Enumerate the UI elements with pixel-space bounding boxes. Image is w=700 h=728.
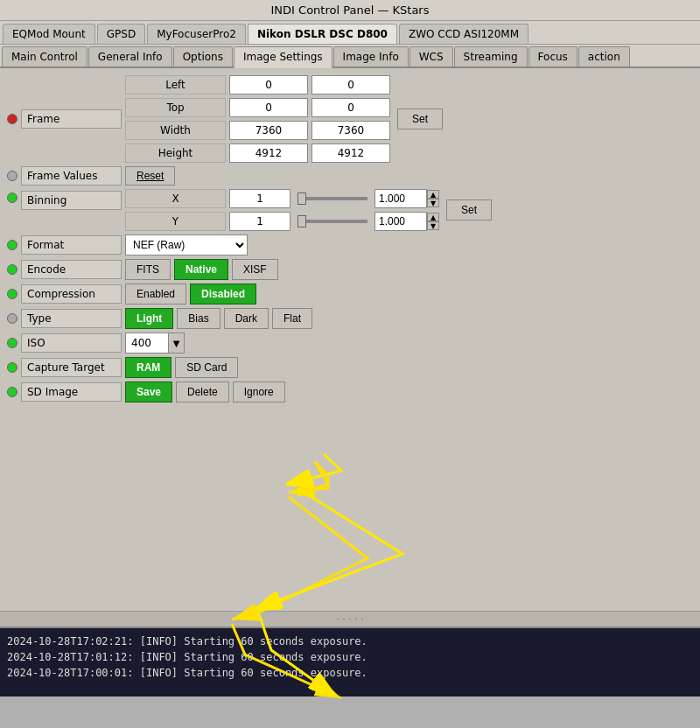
type-flat-button[interactable]: Flat <box>272 308 312 329</box>
encode-native-button[interactable]: Native <box>174 259 228 280</box>
top-val1[interactable]: 0 <box>229 98 308 117</box>
height-val1[interactable]: 4912 <box>229 144 308 163</box>
binning-x-row: X 1 ▲ ▼ <box>125 189 439 208</box>
frame-height-row: Height 4912 4912 <box>125 144 390 163</box>
binning-y-spin-down[interactable]: ▼ <box>427 221 439 230</box>
frame-indicator <box>7 114 18 124</box>
image-settings-panel: Frame Left 0 0 Top 0 0 Width 7360 <box>0 68 700 611</box>
tab-image-settings[interactable]: Image Settings <box>234 46 332 68</box>
capture-sdcard-button[interactable]: SD Card <box>175 357 238 378</box>
encode-fits-button[interactable]: FITS <box>125 259 171 280</box>
binning-x-label: X <box>125 189 226 208</box>
binning-y-row: Y 1 ▲ ▼ <box>125 212 439 231</box>
frame-label: Frame <box>21 109 122 129</box>
binning-y-slider-track[interactable] <box>298 220 368 223</box>
window-title: INDI Control Panel — KStars <box>271 4 430 17</box>
content-wrapper: Frame Left 0 0 Top 0 0 Width 7360 <box>0 68 700 611</box>
binning-x-spin-up[interactable]: ▲ <box>427 190 439 199</box>
log-area: 2024-10-28T17:02:21: [INFO] Starting 60 … <box>0 626 700 696</box>
compression-label: Compression <box>21 284 122 304</box>
height-label: Height <box>125 144 226 163</box>
log-line-3: 2024-10-28T17:00:01: [INFO] Starting 60 … <box>7 665 693 681</box>
iso-dropdown-arrow[interactable]: ▼ <box>169 332 185 354</box>
left-val2[interactable]: 0 <box>312 75 390 94</box>
height-val2[interactable]: 4912 <box>312 144 390 163</box>
iso-indicator <box>7 338 18 348</box>
binning-y-val[interactable]: 1 <box>229 212 290 231</box>
binning-x-spin-arrows: ▲ ▼ <box>427 190 439 207</box>
left-val1[interactable]: 0 <box>229 75 308 94</box>
device-tab-zwo[interactable]: ZWO CCD ASI120MM <box>399 24 528 44</box>
log-line-1: 2024-10-28T17:02:21: [INFO] Starting 60 … <box>7 634 693 649</box>
binning-x-spin-input[interactable] <box>374 189 427 208</box>
binning-sub-rows: X 1 ▲ ▼ Y 1 <box>125 189 439 231</box>
tab-options[interactable]: Options <box>173 46 233 66</box>
tab-focus[interactable]: Focus <box>528 46 578 66</box>
frame-row: Frame Left 0 0 Top 0 0 Width 7360 <box>7 75 693 163</box>
encode-label: Encode <box>21 260 122 279</box>
reset-button[interactable]: Reset <box>125 166 175 186</box>
iso-label: ISO <box>21 333 122 353</box>
log-line-2: 2024-10-28T17:01:12: [INFO] Starting 60 … <box>7 649 693 665</box>
binning-row: Binning X 1 ▲ ▼ <box>7 189 693 231</box>
compression-enabled-button[interactable]: Enabled <box>125 284 186 304</box>
iso-value[interactable]: 400 <box>125 332 169 354</box>
binning-x-spin: ▲ ▼ <box>374 189 439 208</box>
tab-actions[interactable]: action <box>578 46 630 66</box>
sd-ignore-button[interactable]: Ignore <box>233 382 285 402</box>
width-val1[interactable]: 7360 <box>229 121 308 140</box>
iso-dropdown-group: 400 ▼ <box>125 332 185 354</box>
binning-y-spin: ▲ ▼ <box>374 212 439 231</box>
width-label: Width <box>125 121 226 140</box>
device-tab-nikon[interactable]: Nikon DSLR DSC D800 <box>248 24 397 44</box>
sd-save-button[interactable]: Save <box>125 382 172 402</box>
type-bias-button[interactable]: Bias <box>177 308 220 329</box>
sd-image-indicator <box>7 387 18 397</box>
device-tab-myfocuser[interactable]: MyFocuserPro2 <box>147 24 246 44</box>
capture-ram-button[interactable]: RAM <box>125 357 172 378</box>
tab-wcs[interactable]: WCS <box>410 46 453 66</box>
binning-y-spin-arrows: ▲ ▼ <box>427 213 439 230</box>
type-label: Type <box>21 309 122 328</box>
sd-image-row: SD Image Save Delete Ignore <box>7 382 693 402</box>
device-tabs: EQMod Mount GPSD MyFocuserPro2 Nikon DSL… <box>0 21 700 45</box>
capture-target-row: Capture Target RAM SD Card <box>7 357 693 378</box>
binning-set-button[interactable]: Set <box>446 200 492 220</box>
frame-values-indicator <box>7 171 18 181</box>
binning-indicator <box>7 192 18 203</box>
sd-delete-button[interactable]: Delete <box>176 382 229 402</box>
binning-y-slider-thumb[interactable] <box>298 215 306 228</box>
scroll-hint: · · · · · <box>0 611 700 626</box>
format-dropdown[interactable]: NEF (Raw) JPEG <box>125 234 248 256</box>
compression-disabled-button[interactable]: Disabled <box>190 284 256 304</box>
top-val2[interactable]: 0 <box>312 98 390 117</box>
binning-x-spin-down[interactable]: ▼ <box>427 199 439 207</box>
type-dark-button[interactable]: Dark <box>224 308 269 329</box>
device-tab-gpsd[interactable]: GPSD <box>97 24 145 44</box>
tab-main-control[interactable]: Main Control <box>2 46 88 66</box>
tab-general-info[interactable]: General Info <box>88 46 172 66</box>
frame-sub-rows: Left 0 0 Top 0 0 Width 7360 7360 <box>125 75 390 163</box>
title-bar: INDI Control Panel — KStars <box>0 0 700 21</box>
device-tab-eqmod[interactable]: EQMod Mount <box>3 24 95 44</box>
format-label: Format <box>21 235 122 255</box>
top-label: Top <box>125 98 226 117</box>
type-row: Type Light Bias Dark Flat <box>7 308 693 329</box>
tab-streaming[interactable]: Streaming <box>454 46 528 66</box>
format-row: Format NEF (Raw) JPEG <box>7 234 693 256</box>
type-light-button[interactable]: Light <box>125 308 173 329</box>
frame-left-row: Left 0 0 <box>125 75 390 94</box>
left-label: Left <box>125 75 226 94</box>
frame-set-button[interactable]: Set <box>397 108 443 130</box>
binning-y-spin-up[interactable]: ▲ <box>427 213 439 221</box>
binning-x-slider-thumb[interactable] <box>298 192 306 205</box>
encode-xisf-button[interactable]: XISF <box>232 259 278 280</box>
binning-x-slider-track[interactable] <box>298 197 368 200</box>
width-val2[interactable]: 7360 <box>312 121 390 140</box>
tab-image-info[interactable]: Image Info <box>333 46 409 66</box>
capture-target-indicator <box>7 362 18 373</box>
encode-row: Encode FITS Native XISF <box>7 259 693 280</box>
binning-y-spin-input[interactable] <box>374 212 427 231</box>
binning-x-val[interactable]: 1 <box>229 189 290 208</box>
binning-y-label: Y <box>125 212 226 231</box>
